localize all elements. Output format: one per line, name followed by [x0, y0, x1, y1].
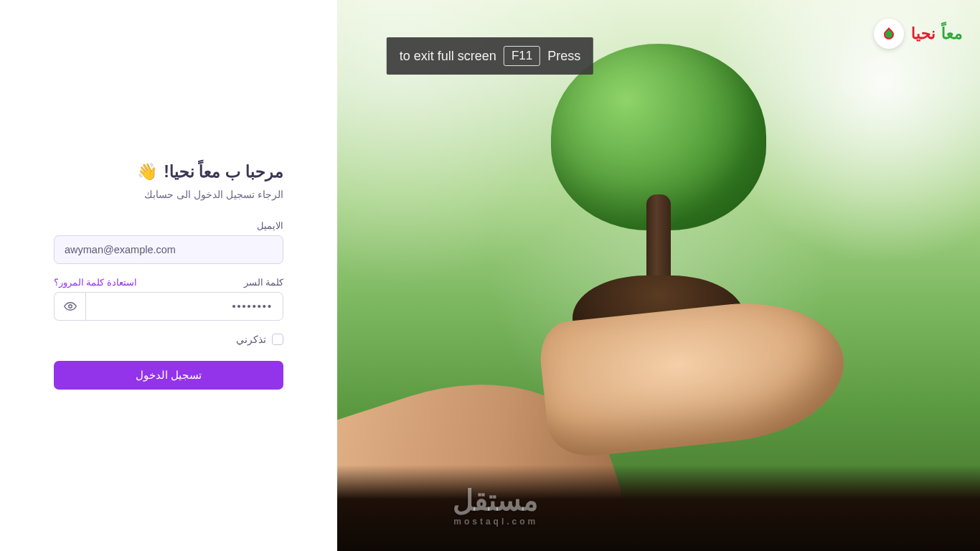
svg-point-0 — [68, 304, 72, 308]
brand-logo: معاً نحيا — [874, 19, 963, 49]
fullscreen-hint-key: F11 — [504, 46, 540, 66]
fullscreen-hint-after: to exit full screen — [400, 49, 496, 64]
hero-image-panel: معاً نحيا مستقل mostaql.com — [337, 0, 980, 551]
remember-label[interactable]: تذكرني — [236, 334, 266, 345]
toggle-password-button[interactable] — [54, 292, 85, 321]
page-subtitle: الرجاء تسجيل الدخول الى حسابك — [54, 189, 283, 200]
email-label: الايميل — [257, 220, 283, 231]
forgot-password-link[interactable]: استعادة كلمة المرور؟ — [54, 277, 137, 288]
login-form: مرحبا ب معاً نحيا! 👋 الرجاء تسجيل الدخول… — [54, 162, 283, 390]
password-label: كلمة السر — [244, 277, 283, 288]
email-field[interactable] — [54, 235, 283, 264]
remember-checkbox[interactable] — [272, 334, 283, 345]
tree-graphic — [529, 44, 788, 302]
fullscreen-hint-overlay: Press F11 to exit full screen — [387, 37, 593, 75]
brand-badge-icon — [874, 19, 904, 49]
fullscreen-hint-before: Press — [547, 49, 580, 64]
submit-button[interactable]: تسجيل الدخول — [54, 361, 283, 390]
login-form-panel: مرحبا ب معاً نحيا! 👋 الرجاء تسجيل الدخول… — [0, 0, 337, 551]
brand-word-1: معاً — [941, 24, 963, 43]
wave-icon: 👋 — [137, 162, 158, 182]
eye-icon — [64, 300, 77, 313]
ground-graphic — [337, 465, 980, 551]
watermark: مستقل mostaql.com — [453, 484, 538, 527]
password-field[interactable] — [85, 292, 283, 321]
page-title: مرحبا ب معاً نحيا! 👋 — [54, 162, 283, 182]
page-layout: معاً نحيا مستقل mostaql.com مرحبا ب معاً… — [0, 0, 980, 551]
brand-word-2: نحيا — [911, 24, 936, 43]
